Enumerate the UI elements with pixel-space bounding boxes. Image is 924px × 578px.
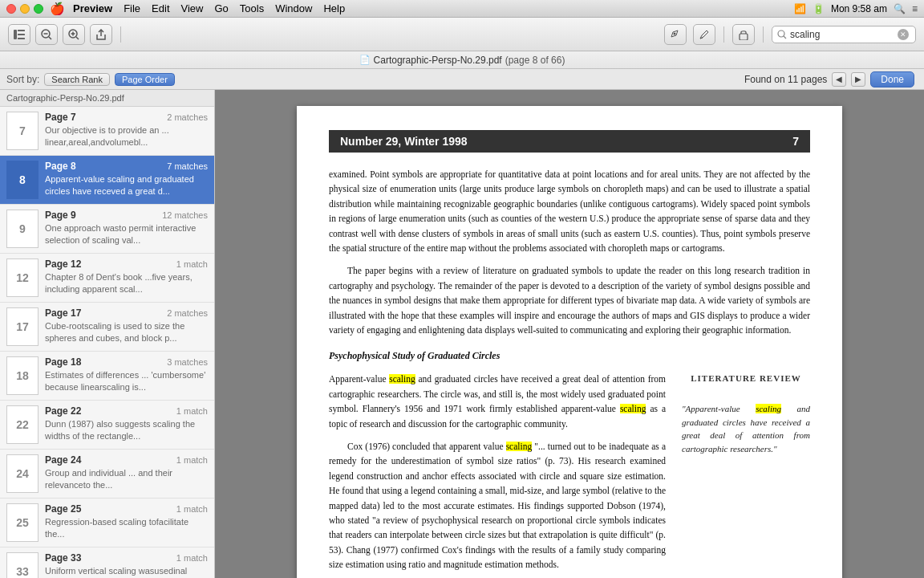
file-menu[interactable]: File [124, 2, 140, 14]
found-on-pages-text: Found on 11 pages [744, 74, 827, 85]
filter-bar-left: Sort by: Search Rank Page Order [0, 73, 217, 86]
item-title-9: Page 9 [45, 210, 76, 221]
pdf-header-title: Number 29, Winter 1998 [340, 135, 468, 148]
sidebar-item-page17[interactable]: 17 Page 17 2 matches Cube-rootscaling is… [0, 303, 214, 352]
item-header-33: Page 33 1 match [45, 552, 208, 564]
control-center-icon[interactable]: ≡ [912, 3, 918, 14]
item-preview-24: Group and individual ... and their relev… [45, 467, 208, 492]
highlight-scaling-1: scaling [389, 374, 415, 384]
svg-rect-1 [18, 30, 25, 31]
sidebar-item-page18[interactable]: 18 Page 18 3 matches Estimates of differ… [0, 352, 214, 401]
search-clear-button[interactable]: ✕ [898, 29, 909, 40]
zoom-out-button[interactable] [35, 24, 58, 45]
page-thumb-24: 24 [6, 454, 38, 493]
lock-button[interactable] [732, 24, 755, 45]
item-content-25: Page 25 1 match Regression-based scaling… [45, 503, 208, 541]
sidebar-item-page33[interactable]: 33 Page 33 1 match Uniform vertical scal… [0, 547, 214, 578]
markup-button[interactable] [693, 24, 715, 45]
menu-status-area: 📶 🔋 Mon 9:58 am 🔍 ≡ [794, 3, 918, 14]
sidebar-item-page12[interactable]: 12 Page 12 1 match Chapter 8 of Dent's b… [0, 254, 214, 303]
sidebar-item-page7[interactable]: 7 Page 7 2 matches Our objective is to p… [0, 107, 214, 156]
item-content-18: Page 18 3 matches Estimates of differenc… [45, 356, 208, 394]
app-name[interactable]: Preview [73, 2, 112, 14]
item-matches-24: 1 match [176, 455, 208, 465]
filter-bar: Sort by: Search Rank Page Order Found on… [0, 69, 924, 90]
pdf-two-column: Apparent-value scaling and graduated cir… [329, 372, 810, 578]
edit-menu[interactable]: Edit [152, 2, 169, 14]
pdf-content-area[interactable]: Number 29, Winter 1998 7 examined. Point… [215, 90, 924, 578]
page-thumb-22: 22 [6, 405, 38, 444]
window-menu[interactable]: Window [275, 2, 312, 14]
pdf-para-1: examined. Point symbols are appropriate … [329, 167, 810, 255]
zoom-in-button[interactable] [63, 24, 85, 45]
next-result-button[interactable]: ▶ [851, 72, 865, 87]
item-matches-17: 2 matches [167, 308, 208, 318]
item-title-24: Page 24 [45, 454, 81, 466]
pdf-text-body: examined. Point symbols are appropriate … [329, 167, 810, 578]
item-header-7: Page 7 2 matches [45, 112, 208, 123]
pdf-para-4: Cox (1976) concluded that apparent value… [329, 439, 666, 572]
page-order-button[interactable]: Page Order [115, 73, 175, 86]
sidebar-item-page24[interactable]: 24 Page 24 1 match Group and individual … [0, 450, 214, 499]
item-header-22: Page 22 1 match [45, 405, 208, 417]
page-thumb-12: 12 [6, 258, 38, 297]
pdf-main-column: Apparent-value scaling and graduated cir… [329, 372, 666, 578]
item-title-33: Page 33 [45, 552, 81, 564]
item-header-9: Page 9 12 matches [45, 210, 208, 221]
sidebar-item-page9[interactable]: 9 Page 9 12 matches One approach wasto p… [0, 205, 214, 254]
item-header-24: Page 24 1 match [45, 454, 208, 466]
wifi-icon: 📶 [794, 3, 806, 14]
annotation-button[interactable] [664, 24, 687, 45]
fullscreen-button[interactable] [34, 4, 43, 14]
title-filename: Cartographic-Persp-No.29.pdf [374, 55, 502, 66]
search-input[interactable] [790, 29, 894, 40]
item-preview-7: Our objective is to provide an ... linea… [45, 124, 208, 149]
sidebar-toggle-button[interactable] [8, 24, 30, 45]
item-preview-18: Estimates of differences ... 'cumbersome… [45, 369, 208, 394]
sidebar-item-page22[interactable]: 22 Page 22 1 match Dunn (1987) also sugg… [0, 401, 214, 450]
done-button[interactable]: Done [870, 71, 914, 88]
item-header-25: Page 25 1 match [45, 503, 208, 515]
spotlight-icon[interactable]: 🔍 [894, 3, 906, 14]
apple-menu[interactable]: 🍎 [50, 2, 65, 16]
svg-rect-3 [18, 38, 25, 39]
item-content-24: Page 24 1 match Group and individual ...… [45, 454, 208, 492]
highlight-scaling-blockquote: scaling [756, 404, 781, 413]
item-preview-33: Uniform vertical scaling wasusedinal ani… [45, 565, 208, 578]
item-matches-12: 1 match [176, 259, 208, 269]
prev-result-button[interactable]: ◀ [832, 72, 846, 87]
item-matches-8: 7 matches [167, 161, 208, 171]
item-content-12: Page 12 1 match Chapter 8 of Dent's book… [45, 258, 208, 296]
tools-menu[interactable]: Tools [240, 2, 264, 14]
svg-point-15 [778, 31, 784, 37]
minimize-button[interactable] [20, 4, 30, 14]
item-matches-25: 1 match [176, 504, 208, 514]
item-matches-18: 3 matches [167, 357, 208, 367]
pdf-page-number: 7 [792, 135, 799, 148]
highlight-scaling-2: scaling [620, 404, 646, 413]
item-preview-17: Cube-rootscaling is used to size the sph… [45, 320, 208, 345]
sidebar-item-page8[interactable]: 8 Page 8 7 matches Apparent-value scalin… [0, 156, 214, 205]
title-page-info: (page 8 of 66) [505, 55, 565, 66]
pdf-side-label: LITERATURE REVIEW [682, 372, 810, 386]
help-menu[interactable]: Help [323, 2, 345, 14]
sidebar-path: Cartographic-Persp-No.29.pdf [0, 90, 214, 107]
menubar: 🍎 Preview File Edit View Go Tools Window… [0, 0, 924, 18]
close-button[interactable] [6, 4, 16, 14]
search-box[interactable]: ✕ [772, 26, 916, 43]
pdf-blockquote-text: "Apparent-value scaling and graduated ci… [682, 402, 810, 455]
sidebar: Cartographic-Persp-No.29.pdf 7 Page 7 2 … [0, 90, 215, 578]
page-thumb-7: 7 [6, 112, 38, 150]
share-button[interactable] [90, 24, 112, 45]
sort-by-label: Sort by: [6, 74, 39, 85]
item-matches-33: 1 match [176, 553, 208, 563]
search-rank-button[interactable]: Search Rank [44, 73, 110, 86]
item-preview-8: Apparent-value scaling and graduated cir… [45, 173, 208, 198]
go-menu[interactable]: Go [214, 2, 228, 14]
view-menu[interactable]: View [181, 2, 204, 14]
toolbar: ✕ [0, 18, 924, 51]
sidebar-item-page25[interactable]: 25 Page 25 1 match Regression-based scal… [0, 499, 214, 547]
page-thumb-17: 17 [6, 307, 38, 346]
pdf-section-heading: Psychophysical Study of Graduated Circle… [329, 348, 810, 364]
item-matches-9: 12 matches [162, 210, 208, 220]
